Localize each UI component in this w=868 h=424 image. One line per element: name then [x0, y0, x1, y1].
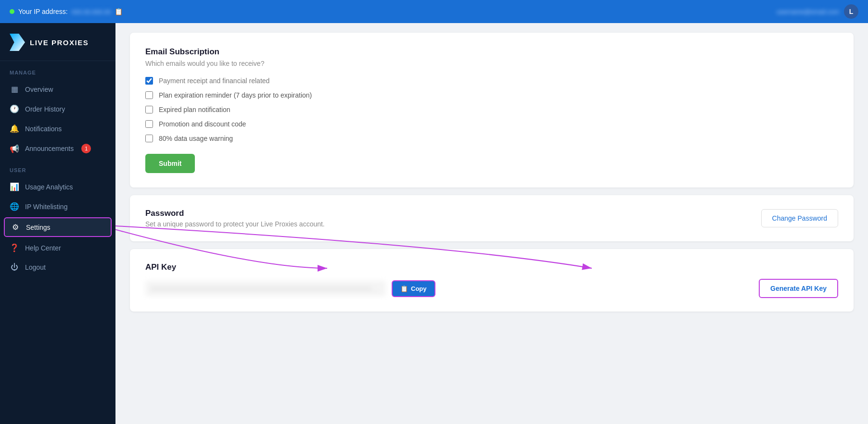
ip-status-dot	[10, 9, 14, 14]
sidebar-item-label: Announcements	[25, 145, 74, 152]
announcements-icon: 📢	[10, 144, 19, 153]
sidebar-item-settings[interactable]: ⚙ Settings ▶	[4, 217, 112, 237]
notifications-icon: 🔔	[10, 124, 19, 133]
sidebar-item-notifications[interactable]: 🔔 Notifications	[0, 119, 115, 138]
password-card-left: Password Set a unique password to protec…	[145, 209, 325, 228]
password-title: Password	[145, 209, 325, 218]
usage-analytics-icon: 📊	[10, 182, 19, 191]
order-history-icon: 🕐	[10, 104, 19, 113]
overview-icon: ▦	[10, 85, 19, 94]
logout-icon: ⏻	[10, 263, 19, 272]
checkbox-label-payment: Payment receipt and financial related	[159, 77, 269, 85]
sidebar-item-label: Usage Analytics	[25, 183, 73, 191]
generate-api-key-button[interactable]: Generate API Key	[759, 279, 838, 298]
ip-copy-icon[interactable]: 📋	[115, 8, 123, 15]
layout: LIVE PROXIES MANAGE ▦ Overview 🕐 Order H…	[0, 23, 868, 424]
sidebar-item-label: Logout	[25, 263, 46, 271]
topbar: Your IP address: xxx.xx.xxx.xx 📋 usernam…	[0, 0, 868, 23]
topbar-left: Your IP address: xxx.xx.xxx.xx 📋	[10, 8, 123, 15]
api-key-value: xxxxxxxxxxxxxxxxxxxxxxxxxxxxxxxxxxxxxxxx…	[145, 281, 386, 296]
email-subscription-card: Email Subscription Which emails would yo…	[130, 33, 854, 187]
checkbox-payment[interactable]	[145, 77, 153, 85]
main-content: Email Subscription Which emails would yo…	[115, 23, 868, 424]
sidebar-item-usage-analytics[interactable]: 📊 Usage Analytics	[0, 177, 115, 197]
checkbox-promotion[interactable]	[145, 120, 153, 128]
checkbox-expired-plan[interactable]	[145, 106, 153, 113]
help-center-icon: ❓	[10, 243, 19, 252]
manage-section-label: MANAGE	[0, 61, 115, 79]
checkbox-row-payment: Payment receipt and financial related	[145, 77, 838, 85]
api-key-title: API Key	[145, 262, 838, 272]
checkbox-label-expired-plan: Expired plan notification	[159, 106, 230, 113]
password-card: Password Set a unique password to protec…	[130, 195, 854, 241]
sidebar-item-label: Overview	[25, 86, 53, 93]
logo-icon	[10, 34, 25, 51]
checkbox-label-promotion: Promotion and discount code	[159, 120, 246, 128]
checkbox-row-data-usage: 80% data usage warning	[145, 135, 838, 142]
sidebar-item-label: Help Center	[25, 244, 61, 252]
copy-icon: 📋	[400, 285, 408, 292]
checkbox-row-expired-plan: Expired plan notification	[145, 106, 838, 113]
checkbox-plan-expiration[interactable]	[145, 91, 153, 99]
checkbox-list: Payment receipt and financial related Pl…	[145, 77, 838, 142]
submit-button[interactable]: Submit	[145, 154, 195, 173]
sidebar-item-label: Settings	[26, 224, 51, 231]
sidebar-item-label: Order History	[25, 105, 65, 113]
avatar[interactable]: L	[844, 4, 858, 19]
checkbox-label-plan-expiration: Plan expiration reminder (7 days prior t…	[159, 91, 312, 99]
copy-label: Copy	[411, 285, 427, 292]
sidebar-item-help-center[interactable]: ❓ Help Center	[0, 238, 115, 258]
email-subscription-title: Email Subscription	[145, 47, 838, 57]
checkbox-data-usage[interactable]	[145, 135, 153, 142]
change-password-button[interactable]: Change Password	[761, 209, 838, 227]
sidebar: LIVE PROXIES MANAGE ▦ Overview 🕐 Order H…	[0, 23, 115, 424]
sidebar-item-announcements[interactable]: 📢 Announcements 1	[0, 138, 115, 159]
api-key-card: API Key xxxxxxxxxxxxxxxxxxxxxxxxxxxxxxxx…	[130, 249, 854, 312]
checkbox-row-plan-expiration: Plan expiration reminder (7 days prior t…	[145, 91, 838, 99]
user-section-label: USER	[0, 159, 115, 177]
checkbox-row-promotion: Promotion and discount code	[145, 120, 838, 128]
email-subscription-subtitle: Which emails would you like to receive?	[145, 60, 838, 67]
ip-value: xxx.xx.xxx.xx	[72, 8, 111, 15]
announcements-badge: 1	[81, 144, 91, 153]
api-key-row-wrapper: xxxxxxxxxxxxxxxxxxxxxxxxxxxxxxxxxxxxxxxx…	[145, 279, 838, 298]
copy-api-key-button[interactable]: 📋 Copy	[392, 280, 435, 297]
sidebar-item-order-history[interactable]: 🕐 Order History	[0, 99, 115, 119]
password-subtitle: Set a unique password to protect your Li…	[145, 220, 325, 228]
sidebar-logo: LIVE PROXIES	[0, 23, 115, 61]
sidebar-item-logout[interactable]: ⏻ Logout	[0, 258, 115, 277]
sidebar-item-label: IP Whitelisting	[25, 203, 67, 211]
ip-whitelisting-icon: 🌐	[10, 202, 19, 211]
api-key-row: xxxxxxxxxxxxxxxxxxxxxxxxxxxxxxxxxxxxxxxx…	[145, 280, 753, 297]
settings-icon: ⚙	[11, 223, 20, 232]
ip-label: Your IP address:	[18, 8, 68, 15]
sidebar-item-ip-whitelisting[interactable]: 🌐 IP Whitelisting	[0, 197, 115, 216]
sidebar-item-label: Notifications	[25, 125, 62, 133]
topbar-right: username@email.com L	[777, 4, 858, 19]
logo-text: LIVE PROXIES	[30, 38, 89, 47]
sidebar-item-overview[interactable]: ▦ Overview	[0, 79, 115, 99]
checkbox-label-data-usage: 80% data usage warning	[159, 135, 233, 142]
topbar-username: username@email.com	[777, 8, 839, 15]
